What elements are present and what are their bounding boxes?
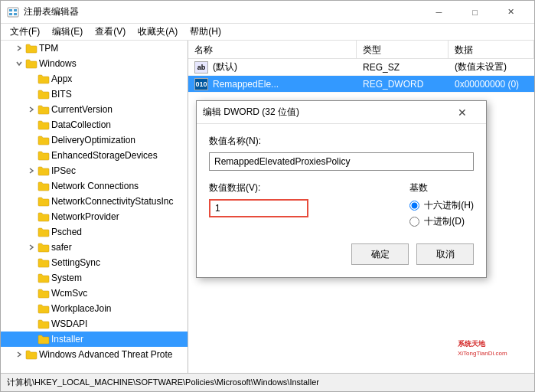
title-controls: ─ □ ✕ <box>422 2 528 22</box>
tree-item-psched[interactable]: Psched <box>1 224 188 240</box>
tree-label-networkconnections: Network Connections <box>50 181 139 191</box>
menu-item-a[interactable]: 收藏夹(A) <box>132 24 184 40</box>
cell-data-0: (数值未设置) <box>449 59 534 75</box>
dec-radio-label[interactable]: 十进制(D) <box>409 215 474 228</box>
tree-item-system[interactable]: System <box>1 270 188 286</box>
watermark-svg: 系统天地 XiTongTianDi.com <box>458 335 527 366</box>
value-name-input[interactable] <box>209 152 474 171</box>
tree-label-ipsec: IPSec <box>50 165 76 176</box>
svg-rect-1 <box>9 9 12 11</box>
tree-item-safer[interactable]: safer <box>1 240 188 255</box>
folder-icon-wsdapi <box>38 318 50 330</box>
menu-item-h[interactable]: 帮助(H) <box>184 24 227 40</box>
base-title: 基数 <box>409 181 474 194</box>
title-bar-left: 注册表编辑器 <box>7 5 79 18</box>
minimize-button[interactable]: ─ <box>422 2 456 22</box>
tree-label-windowsadvancedthreatprote: Windows Advanced Threat Prote <box>38 349 173 360</box>
tree-item-workplacejoin[interactable]: WorkplaceJoin <box>1 301 188 316</box>
dialog-body: 数值名称(N): 数值数据(V): 基数 十六进制(H) <box>197 124 486 277</box>
tree-item-networkprovider[interactable]: NetworkProvider <box>1 209 188 224</box>
tree-item-ipsec[interactable]: IPSec <box>1 163 188 178</box>
tree-item-bits[interactable]: BITS <box>1 87 188 102</box>
hex-radio[interactable] <box>409 201 419 211</box>
table-row[interactable]: 010RemappedEle...REG_DWORD0x00000000 (0) <box>188 76 534 93</box>
tree-toggle-ipsec <box>25 163 38 178</box>
tree-toggle-windowsadvancedthreatprote <box>13 347 25 362</box>
folder-icon-networkconnectivitystatusinc <box>38 195 50 207</box>
tree-label-bits: BITS <box>50 89 72 100</box>
tree-label-windows: Windows <box>38 58 77 69</box>
tree-toggle-installer <box>25 332 38 347</box>
tree-item-networkconnectivitystatusinc[interactable]: NetworkConnectivityStatusInc <box>1 194 188 209</box>
cancel-button[interactable]: 取消 <box>416 243 474 265</box>
tree-item-wcmsvc[interactable]: WcmSvc <box>1 286 188 301</box>
tree-item-wsdapi[interactable]: WSDAPI <box>1 316 188 332</box>
tree-label-networkprovider: NetworkProvider <box>50 211 119 222</box>
hex-radio-label[interactable]: 十六进制(H) <box>409 199 474 212</box>
menu-item-f[interactable]: 文件(F) <box>4 24 46 40</box>
dialog-title: 编辑 DWORD (32 位值) <box>203 106 299 119</box>
tree-item-networkconnections[interactable]: Network Connections <box>1 178 188 194</box>
svg-text:系统天地: 系统天地 <box>458 340 486 348</box>
col-type: 类型 <box>357 41 449 58</box>
tree-item-settingsync[interactable]: SettingSync <box>1 255 188 270</box>
table-header: 名称 类型 数据 <box>188 41 534 59</box>
radio-group: 十六进制(H) 十进制(D) <box>409 199 474 228</box>
tree-label-appx: Appx <box>50 74 72 84</box>
cell-name-text-1: RemappedEle... <box>213 79 279 90</box>
folder-icon-installer <box>38 333 50 345</box>
tree-item-installer[interactable]: Installer <box>1 332 188 347</box>
tree-toggle-psched <box>25 224 38 240</box>
tree-item-appx[interactable]: Appx <box>1 71 188 87</box>
ok-button[interactable]: 确定 <box>351 243 409 265</box>
tree-label-installer: Installer <box>50 334 83 345</box>
title-bar: 注册表编辑器 ─ □ ✕ <box>1 1 534 24</box>
maximize-button[interactable]: □ <box>458 2 492 22</box>
tree-toggle-networkprovider <box>25 209 38 224</box>
menu-item-v[interactable]: 查看(V) <box>89 24 132 40</box>
value-data-label: 数值数据(V): <box>209 181 397 194</box>
tree-item-deliveryoptimization[interactable]: DeliveryOptimization <box>1 132 188 148</box>
folder-icon-system <box>38 272 50 284</box>
folder-icon-appx <box>38 73 50 85</box>
close-button[interactable]: ✕ <box>494 2 528 22</box>
tree-toggle-wcmsvc <box>25 286 38 301</box>
tree-pane[interactable]: TPM Windows Appx BITS CurrentVersion Dat… <box>1 41 188 373</box>
table-row[interactable]: ab(默认)REG_SZ(数值未设置) <box>188 59 534 76</box>
tree-toggle-datacollection <box>25 117 38 132</box>
tree-item-enhancedstoragedevices[interactable]: EnhancedStorageDevices <box>1 148 188 163</box>
folder-icon-datacollection <box>38 119 50 131</box>
tree-toggle-currentversion <box>25 102 38 117</box>
tree-item-currentversion[interactable]: CurrentVersion <box>1 102 188 117</box>
tree-toggle-appx <box>25 71 38 87</box>
base-section: 基数 十六进制(H) 十进制(D) <box>409 181 474 228</box>
tree-item-windows[interactable]: Windows <box>1 56 188 71</box>
value-data-input[interactable] <box>209 199 308 217</box>
tree-label-wsdapi: WSDAPI <box>50 318 87 329</box>
tree-toggle-safer <box>25 240 38 255</box>
dec-radio[interactable] <box>409 217 419 227</box>
tree-item-tpm[interactable]: TPM <box>1 41 188 56</box>
tree-item-windowsadvancedthreatprote[interactable]: Windows Advanced Threat Prote <box>1 347 188 362</box>
dialog-buttons: 确定 取消 <box>209 243 474 265</box>
cell-type-1: REG_DWORD <box>357 77 449 91</box>
tree-label-currentversion: CurrentVersion <box>50 104 113 115</box>
folder-icon-workplacejoin <box>38 302 50 315</box>
tree-label-deliveryoptimization: DeliveryOptimization <box>50 135 135 145</box>
tree-label-enhancedstoragedevices: EnhancedStorageDevices <box>50 150 158 161</box>
tree-label-wcmsvc: WcmSvc <box>50 288 87 299</box>
tree-label-workplacejoin: WorkplaceJoin <box>50 303 111 314</box>
reg-value-icon-0: ab <box>194 61 208 74</box>
window-title: 注册表编辑器 <box>24 5 79 18</box>
tree-item-datacollection[interactable]: DataCollection <box>1 117 188 132</box>
tree-toggle-wsdapi <box>25 316 38 332</box>
svg-rect-0 <box>8 8 18 17</box>
tree-label-networkconnectivitystatusinc: NetworkConnectivityStatusInc <box>50 196 173 207</box>
folder-icon-settingsync <box>38 256 50 269</box>
menu-item-e[interactable]: 编辑(E) <box>46 24 89 40</box>
folder-icon-safer <box>38 241 50 253</box>
tree-label-safer: safer <box>50 242 72 253</box>
dialog-close-button[interactable]: ✕ <box>445 103 480 122</box>
value-name-label: 数值名称(N): <box>209 135 474 148</box>
status-bar: 计算机\HKEY_LOCAL_MACHINE\SOFTWARE\Policies… <box>1 373 534 391</box>
